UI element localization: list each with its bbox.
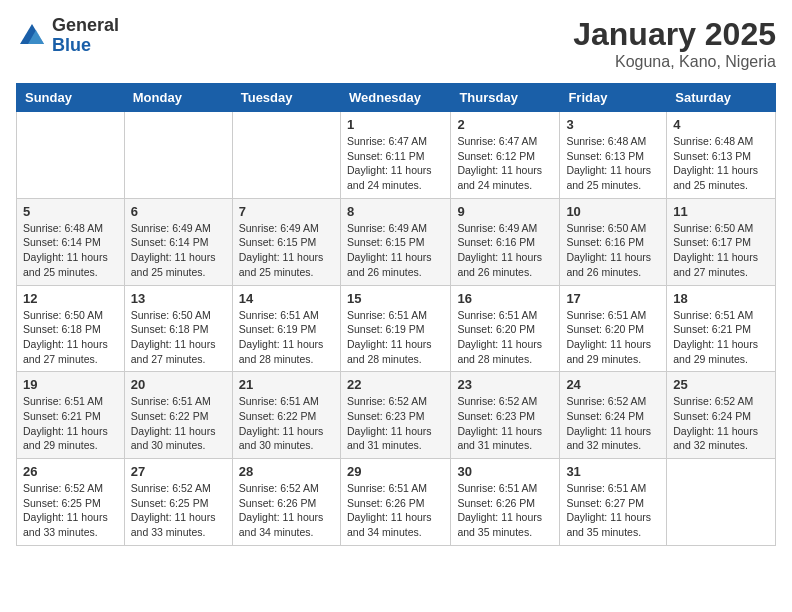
day-header-sunday: Sunday [17,84,125,112]
page-header: General Blue January 2025 Koguna, Kano, … [16,16,776,71]
calendar-cell: 14Sunrise: 6:51 AM Sunset: 6:19 PM Dayli… [232,285,340,372]
day-number: 19 [23,377,118,392]
calendar-cell [667,459,776,546]
calendar-cell: 29Sunrise: 6:51 AM Sunset: 6:26 PM Dayli… [340,459,450,546]
calendar-cell: 10Sunrise: 6:50 AM Sunset: 6:16 PM Dayli… [560,198,667,285]
day-info: Sunrise: 6:52 AM Sunset: 6:23 PM Dayligh… [457,394,553,453]
day-info: Sunrise: 6:52 AM Sunset: 6:24 PM Dayligh… [566,394,660,453]
day-number: 30 [457,464,553,479]
day-info: Sunrise: 6:52 AM Sunset: 6:25 PM Dayligh… [23,481,118,540]
day-number: 7 [239,204,334,219]
day-info: Sunrise: 6:50 AM Sunset: 6:16 PM Dayligh… [566,221,660,280]
day-info: Sunrise: 6:51 AM Sunset: 6:26 PM Dayligh… [347,481,444,540]
calendar-cell: 17Sunrise: 6:51 AM Sunset: 6:20 PM Dayli… [560,285,667,372]
day-info: Sunrise: 6:50 AM Sunset: 6:17 PM Dayligh… [673,221,769,280]
calendar-cell: 13Sunrise: 6:50 AM Sunset: 6:18 PM Dayli… [124,285,232,372]
logo-blue-text: Blue [52,36,119,56]
day-number: 23 [457,377,553,392]
day-number: 9 [457,204,553,219]
calendar-cell: 4Sunrise: 6:48 AM Sunset: 6:13 PM Daylig… [667,112,776,199]
calendar-week-row: 26Sunrise: 6:52 AM Sunset: 6:25 PM Dayli… [17,459,776,546]
day-number: 14 [239,291,334,306]
day-number: 28 [239,464,334,479]
calendar-cell: 7Sunrise: 6:49 AM Sunset: 6:15 PM Daylig… [232,198,340,285]
calendar-cell [232,112,340,199]
day-info: Sunrise: 6:48 AM Sunset: 6:13 PM Dayligh… [566,134,660,193]
day-number: 22 [347,377,444,392]
day-number: 10 [566,204,660,219]
day-number: 26 [23,464,118,479]
day-info: Sunrise: 6:51 AM Sunset: 6:20 PM Dayligh… [566,308,660,367]
calendar-cell: 28Sunrise: 6:52 AM Sunset: 6:26 PM Dayli… [232,459,340,546]
calendar-cell: 26Sunrise: 6:52 AM Sunset: 6:25 PM Dayli… [17,459,125,546]
day-info: Sunrise: 6:51 AM Sunset: 6:22 PM Dayligh… [131,394,226,453]
day-info: Sunrise: 6:52 AM Sunset: 6:24 PM Dayligh… [673,394,769,453]
day-number: 12 [23,291,118,306]
day-number: 3 [566,117,660,132]
calendar-cell: 21Sunrise: 6:51 AM Sunset: 6:22 PM Dayli… [232,372,340,459]
day-info: Sunrise: 6:51 AM Sunset: 6:21 PM Dayligh… [673,308,769,367]
calendar-week-row: 1Sunrise: 6:47 AM Sunset: 6:11 PM Daylig… [17,112,776,199]
logo-text: General Blue [52,16,119,56]
day-number: 25 [673,377,769,392]
day-number: 18 [673,291,769,306]
day-info: Sunrise: 6:49 AM Sunset: 6:14 PM Dayligh… [131,221,226,280]
day-info: Sunrise: 6:51 AM Sunset: 6:19 PM Dayligh… [347,308,444,367]
calendar-cell: 1Sunrise: 6:47 AM Sunset: 6:11 PM Daylig… [340,112,450,199]
calendar-cell [17,112,125,199]
calendar-table: SundayMondayTuesdayWednesdayThursdayFrid… [16,83,776,546]
calendar-cell: 12Sunrise: 6:50 AM Sunset: 6:18 PM Dayli… [17,285,125,372]
day-number: 1 [347,117,444,132]
day-number: 2 [457,117,553,132]
day-header-wednesday: Wednesday [340,84,450,112]
day-info: Sunrise: 6:50 AM Sunset: 6:18 PM Dayligh… [131,308,226,367]
calendar-location: Koguna, Kano, Nigeria [573,53,776,71]
calendar-cell: 18Sunrise: 6:51 AM Sunset: 6:21 PM Dayli… [667,285,776,372]
day-header-monday: Monday [124,84,232,112]
calendar-cell: 2Sunrise: 6:47 AM Sunset: 6:12 PM Daylig… [451,112,560,199]
calendar-cell: 22Sunrise: 6:52 AM Sunset: 6:23 PM Dayli… [340,372,450,459]
logo: General Blue [16,16,119,56]
calendar-week-row: 12Sunrise: 6:50 AM Sunset: 6:18 PM Dayli… [17,285,776,372]
day-number: 11 [673,204,769,219]
title-block: January 2025 Koguna, Kano, Nigeria [573,16,776,71]
day-number: 15 [347,291,444,306]
day-number: 24 [566,377,660,392]
calendar-cell: 5Sunrise: 6:48 AM Sunset: 6:14 PM Daylig… [17,198,125,285]
day-info: Sunrise: 6:47 AM Sunset: 6:12 PM Dayligh… [457,134,553,193]
calendar-cell: 20Sunrise: 6:51 AM Sunset: 6:22 PM Dayli… [124,372,232,459]
calendar-week-row: 19Sunrise: 6:51 AM Sunset: 6:21 PM Dayli… [17,372,776,459]
calendar-cell: 24Sunrise: 6:52 AM Sunset: 6:24 PM Dayli… [560,372,667,459]
day-number: 13 [131,291,226,306]
day-info: Sunrise: 6:49 AM Sunset: 6:15 PM Dayligh… [347,221,444,280]
day-info: Sunrise: 6:52 AM Sunset: 6:23 PM Dayligh… [347,394,444,453]
day-info: Sunrise: 6:49 AM Sunset: 6:15 PM Dayligh… [239,221,334,280]
day-number: 5 [23,204,118,219]
calendar-cell: 3Sunrise: 6:48 AM Sunset: 6:13 PM Daylig… [560,112,667,199]
day-number: 27 [131,464,226,479]
calendar-cell: 9Sunrise: 6:49 AM Sunset: 6:16 PM Daylig… [451,198,560,285]
calendar-cell: 31Sunrise: 6:51 AM Sunset: 6:27 PM Dayli… [560,459,667,546]
day-number: 21 [239,377,334,392]
logo-icon [16,20,48,52]
day-header-tuesday: Tuesday [232,84,340,112]
calendar-cell: 15Sunrise: 6:51 AM Sunset: 6:19 PM Dayli… [340,285,450,372]
calendar-cell [124,112,232,199]
calendar-cell: 8Sunrise: 6:49 AM Sunset: 6:15 PM Daylig… [340,198,450,285]
day-info: Sunrise: 6:49 AM Sunset: 6:16 PM Dayligh… [457,221,553,280]
calendar-cell: 23Sunrise: 6:52 AM Sunset: 6:23 PM Dayli… [451,372,560,459]
day-number: 17 [566,291,660,306]
day-info: Sunrise: 6:48 AM Sunset: 6:14 PM Dayligh… [23,221,118,280]
calendar-cell: 19Sunrise: 6:51 AM Sunset: 6:21 PM Dayli… [17,372,125,459]
day-info: Sunrise: 6:47 AM Sunset: 6:11 PM Dayligh… [347,134,444,193]
day-info: Sunrise: 6:52 AM Sunset: 6:26 PM Dayligh… [239,481,334,540]
day-info: Sunrise: 6:51 AM Sunset: 6:27 PM Dayligh… [566,481,660,540]
day-info: Sunrise: 6:51 AM Sunset: 6:19 PM Dayligh… [239,308,334,367]
day-number: 8 [347,204,444,219]
day-info: Sunrise: 6:48 AM Sunset: 6:13 PM Dayligh… [673,134,769,193]
calendar-cell: 30Sunrise: 6:51 AM Sunset: 6:26 PM Dayli… [451,459,560,546]
day-info: Sunrise: 6:52 AM Sunset: 6:25 PM Dayligh… [131,481,226,540]
calendar-cell: 11Sunrise: 6:50 AM Sunset: 6:17 PM Dayli… [667,198,776,285]
calendar-title: January 2025 [573,16,776,53]
calendar-cell: 27Sunrise: 6:52 AM Sunset: 6:25 PM Dayli… [124,459,232,546]
